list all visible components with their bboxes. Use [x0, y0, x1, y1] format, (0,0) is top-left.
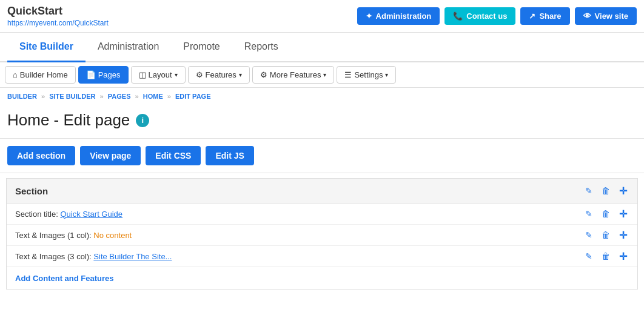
section-row-3: Text & Images (3 col): Site Builder The …: [7, 246, 637, 267]
more-features-dropdown-arrow: ▾: [323, 71, 326, 78]
row3-label: Text & Images (3 col):: [15, 252, 92, 261]
view-site-button[interactable]: 👁 View site: [575, 7, 637, 25]
tab-promote[interactable]: Promote: [171, 33, 232, 62]
row1-value[interactable]: Quick Start Guide: [60, 210, 122, 219]
breadcrumb-pages[interactable]: PAGES: [108, 93, 131, 100]
section-edit-icon[interactable]: ✎: [583, 185, 595, 197]
settings-button[interactable]: ☰ Settings ▾: [337, 66, 396, 84]
builder-home-button[interactable]: ⌂ Builder Home: [5, 66, 76, 84]
sub-toolbar: ⌂ Builder Home 📄 Pages ◫ Layout ▾ ⚙ Feat…: [0, 62, 644, 88]
app-url[interactable]: https://myevent.com/QuickStart: [7, 19, 109, 27]
tab-reports[interactable]: Reports: [232, 33, 290, 62]
tab-administration[interactable]: Administration: [86, 33, 171, 62]
breadcrumb-site-builder[interactable]: SITE BUILDER: [49, 93, 95, 100]
breadcrumb-sep-2: »: [100, 93, 104, 100]
layout-button[interactable]: ◫ Layout ▾: [131, 66, 186, 84]
add-content-row: Add Content and Features: [7, 267, 637, 289]
home-icon: ⌂: [13, 70, 18, 79]
row2-label: Text & Images (1 col):: [15, 231, 92, 240]
row2-edit-icon[interactable]: ✎: [583, 229, 595, 241]
pages-icon: 📄: [86, 70, 96, 79]
section-header-title: Section: [15, 186, 48, 196]
features-dropdown-arrow: ▾: [239, 71, 242, 78]
top-bar-right: ✦ Administration 📞 Contact us ↗ Share 👁 …: [357, 7, 637, 25]
row1-edit-icon[interactable]: ✎: [583, 208, 595, 220]
more-features-button[interactable]: ⚙ More Features ▾: [252, 66, 335, 84]
add-content-link[interactable]: Add Content and Features: [15, 274, 114, 283]
info-icon[interactable]: i: [136, 114, 149, 127]
breadcrumb-sep-1: »: [41, 93, 45, 100]
wrench-icon: ✦: [366, 12, 372, 21]
top-bar-left: QuickStart https://myevent.com/QuickStar…: [7, 5, 109, 27]
phone-icon: 📞: [453, 12, 463, 21]
section-header-icons: ✎ 🗑 ✛: [583, 185, 629, 197]
action-row: Add section View page Edit CSS Edit JS: [0, 139, 644, 173]
features-button[interactable]: ⚙ Features ▾: [188, 66, 250, 84]
row3-icons: ✎ 🗑 ✛: [583, 250, 629, 262]
section-delete-icon[interactable]: 🗑: [600, 185, 612, 197]
app-name: QuickStart: [7, 5, 109, 18]
section-move-icon[interactable]: ✛: [617, 185, 629, 197]
section-container: Section ✎ 🗑 ✛ Section title: Quick Start…: [6, 178, 638, 290]
row3-move-icon[interactable]: ✛: [617, 250, 629, 262]
eye-icon: 👁: [583, 12, 591, 21]
share-button[interactable]: ↗ Share: [520, 7, 569, 25]
layout-dropdown-arrow: ▾: [175, 71, 178, 78]
settings-icon: ☰: [344, 70, 352, 79]
row3-edit-icon[interactable]: ✎: [583, 250, 595, 262]
page-title: Home - Edit page: [7, 111, 130, 130]
breadcrumb: BUILDER » SITE BUILDER » PAGES » HOME » …: [0, 88, 644, 105]
breadcrumb-sep-4: »: [167, 93, 171, 100]
row2-delete-icon[interactable]: 🗑: [600, 229, 612, 241]
row2-value: No content: [93, 231, 132, 240]
breadcrumb-sep-3: »: [135, 93, 139, 100]
layers-icon: ◫: [139, 70, 146, 79]
section-row-1: Section title: Quick Start Guide ✎ 🗑 ✛: [7, 204, 637, 225]
row2-move-icon[interactable]: ✛: [617, 229, 629, 241]
row1-icons: ✎ 🗑 ✛: [583, 208, 629, 220]
row3-delete-icon[interactable]: 🗑: [600, 250, 612, 262]
add-section-button[interactable]: Add section: [7, 146, 75, 165]
contact-us-button[interactable]: 📞 Contact us: [444, 7, 515, 25]
breadcrumb-home[interactable]: HOME: [143, 93, 163, 100]
page-title-row: Home - Edit page i: [0, 105, 644, 139]
administration-button[interactable]: ✦ Administration: [357, 7, 440, 25]
row3-value[interactable]: Site Builder The Site...: [93, 252, 172, 261]
row1-move-icon[interactable]: ✛: [617, 208, 629, 220]
edit-css-button[interactable]: Edit CSS: [146, 146, 201, 165]
row2-icons: ✎ 🗑 ✛: [583, 229, 629, 241]
tab-site-builder[interactable]: Site Builder: [7, 33, 86, 62]
features-icon: ⚙: [196, 70, 203, 79]
breadcrumb-current: EDIT PAGE: [175, 93, 210, 100]
row1-delete-icon[interactable]: 🗑: [600, 208, 612, 220]
view-page-button[interactable]: View page: [80, 146, 141, 165]
more-features-icon: ⚙: [260, 70, 267, 79]
breadcrumb-builder[interactable]: BUILDER: [7, 93, 37, 100]
share-icon: ↗: [529, 12, 535, 21]
section-row-2: Text & Images (1 col): No content ✎ 🗑 ✛: [7, 225, 637, 246]
section-header: Section ✎ 🗑 ✛: [7, 179, 637, 204]
row1-label: Section title:: [15, 210, 58, 219]
top-bar: QuickStart https://myevent.com/QuickStar…: [0, 0, 644, 33]
settings-dropdown-arrow: ▾: [385, 71, 388, 78]
pages-button[interactable]: 📄 Pages: [78, 66, 129, 84]
main-tabs: Site Builder Administration Promote Repo…: [0, 33, 644, 62]
edit-js-button[interactable]: Edit JS: [206, 146, 253, 165]
